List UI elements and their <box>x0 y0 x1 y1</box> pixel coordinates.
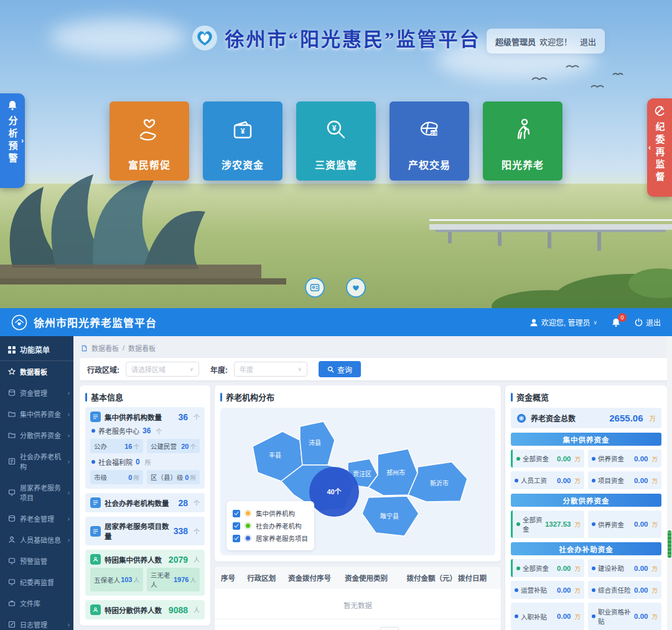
star-icon <box>8 368 16 375</box>
district-label: 沛县 <box>309 439 321 446</box>
fund-stat-cell: 全部资金0.00万 <box>511 449 584 468</box>
tile-label: 涉农资金 <box>222 157 264 172</box>
svg-text:¥: ¥ <box>332 124 337 133</box>
sidebar-item-home-care-projects[interactable]: 居家养老服务项目 › <box>0 477 73 508</box>
grid-menu-icon <box>8 346 16 354</box>
tile-chanquan-jiaoyi[interactable]: 交易 产权交易 <box>390 101 469 181</box>
fund-stat-cell: 全部资金1327.53万 <box>511 510 584 538</box>
hero-username: 超级管理员 <box>495 35 536 47</box>
col-header: 序号 <box>221 573 247 583</box>
chevron-right-icon: › <box>68 458 70 465</box>
document-icon <box>81 345 88 352</box>
sidebar-item-decentralized-funds[interactable]: 分散供养资金 › <box>0 425 73 446</box>
filter-bar: 行政区域: 请选择区域 ∨ 年度: 年度 ∨ 查询 <box>80 358 670 380</box>
sidebar-item-dashboard[interactable]: 数据看板 <box>0 361 73 382</box>
tile-trade-tag: 交易 <box>430 131 437 136</box>
notifications-button[interactable]: 0 <box>611 317 621 327</box>
dot-icon <box>592 588 595 592</box>
funds-table-panel: 序号 行政区划 资金拨付序号 资金使用类别 拨付金额（元） 拨付日期 暂无数据 … <box>215 567 501 630</box>
dot-icon <box>592 614 595 618</box>
blocks-trade-icon: 交易 <box>414 115 444 145</box>
col-header: 拨付金额（元） <box>406 573 458 583</box>
sidebar-item-fund-mgmt[interactable]: 资金管理 › <box>0 382 73 403</box>
tile-label: 三资监管 <box>315 157 357 172</box>
breadcrumb-root[interactable]: 数据看板 <box>91 343 119 353</box>
sidebar-item-discipline-supervision[interactable]: 纪委再监督 <box>0 571 73 593</box>
region-select[interactable]: 请选择区域 ∨ <box>126 362 199 377</box>
hero-logout-button[interactable]: 退出 <box>580 35 596 47</box>
checkbox-checked-icon[interactable] <box>233 522 240 530</box>
search-button[interactable]: 查询 <box>319 361 361 377</box>
funds-overview-title: 资金概览 <box>511 391 661 403</box>
sidebar-item-pension-mgmt[interactable]: 养老金管理 › <box>0 508 73 529</box>
tile-label: 阳光养老 <box>502 157 544 172</box>
sidebar-item-private-institutions[interactable]: 社会办养老机构 › <box>0 446 73 477</box>
logout-button[interactable]: 退出 <box>635 317 661 327</box>
total-funds-row: 养老资金总数 2655.06 万 <box>511 408 661 428</box>
monitor-icon <box>8 578 16 586</box>
analysis-warning-label: 分析预警 <box>6 116 19 166</box>
id-card-float-button[interactable] <box>305 278 325 298</box>
chevron-right-icon: › <box>21 136 24 145</box>
blue-dot-icon <box>245 535 251 542</box>
dot-icon <box>515 588 518 592</box>
scrollbar-thumb[interactable] <box>668 530 671 558</box>
notification-badge: 0 <box>618 313 627 322</box>
private-institutions-card: 社会办养老机构数量 28 个 <box>85 493 205 512</box>
county-level-chip: 区（县）级 0 所 <box>147 470 200 484</box>
decentralized-support-count-card: 特困分散供养人数 9088 人 <box>85 600 205 619</box>
tile-sanzi-jianguan[interactable]: ¥ 三资监管 <box>296 101 376 181</box>
main-content: 数据看板 / 数据看板 行政区域: 请选择区域 ∨ 年度: 年度 ∨ 查询 <box>73 336 672 630</box>
power-icon <box>635 318 643 326</box>
legend-private[interactable]: 社会办养老机构 <box>233 521 308 530</box>
analysis-warning-tab[interactable]: 分析预警 › <box>0 93 25 188</box>
sanwu-elderly-chip: 三无老人 1976 人 <box>147 568 200 591</box>
folder-icon <box>8 431 16 439</box>
bullet-dot <box>91 429 95 433</box>
monitor-icon <box>8 557 16 565</box>
heart-hands-float-button[interactable] <box>346 278 366 298</box>
fund-stat-cell: 综合责任险0.00万 <box>588 581 661 599</box>
user-menu[interactable]: 欢迎您, 管理员 ∨ <box>530 317 597 327</box>
fund-stat-cell: 全部资金0.00万 <box>511 559 584 577</box>
bell-icon <box>7 100 18 111</box>
year-select[interactable]: 年度 ∨ <box>234 362 307 377</box>
public-run-chip: 公办 16 个 <box>90 439 143 453</box>
sidebar-item-file-library[interactable]: 文件库 <box>0 593 73 614</box>
hero-banner: 徐州市“阳光惠民”监管平台 超级管理员 欢迎您！ 退出 分析预警 › 纪委再监督… <box>0 0 672 308</box>
bullet-dot <box>91 460 95 464</box>
home-care-projects-card: 居家养老服务项目数量 338 个 <box>85 517 205 545</box>
region-filter-label: 行政区域: <box>87 364 119 375</box>
table-header-row: 序号 行政区划 资金拨付序号 资金使用类别 拨付金额（元） 拨付日期 <box>215 567 501 589</box>
yellow-dot-icon <box>245 510 251 517</box>
institution-map-panel: 养老机构分布 <box>215 385 501 562</box>
person-badge-icon <box>90 554 101 565</box>
checkbox-checked-icon[interactable] <box>233 535 240 542</box>
discipline-supervision-tab[interactable]: 纪委再监督 ‹ <box>647 98 672 197</box>
legend-home-care[interactable]: 居家养老服务项目 <box>233 534 308 543</box>
fund-stat-cell: 入职补贴0.00万 <box>511 603 584 630</box>
year-filter-label: 年度: <box>210 364 228 375</box>
green-dot-icon <box>245 522 251 529</box>
district-label: 邳州市 <box>386 469 405 476</box>
chevron-left-icon: ‹ <box>648 143 651 152</box>
sidebar-item-centralized-funds[interactable]: 集中供养资金 › <box>0 403 73 425</box>
tile-shenong-zijin[interactable]: ¥ 涉农资金 <box>203 101 282 181</box>
pagination-goto-input[interactable] <box>380 627 399 630</box>
tile-fumin-bangcu[interactable]: 富民帮促 <box>110 101 189 181</box>
scrollbar-track[interactable] <box>667 336 672 630</box>
sidebar-item-log-mgmt[interactable]: 日志管理 › <box>0 614 73 630</box>
chevron-down-icon: ∨ <box>593 319 597 326</box>
col-header: 拨付日期 <box>458 573 495 583</box>
tile-yangguang-yanglao[interactable]: 阳光养老 <box>483 101 562 181</box>
xuzhou-district-map[interactable]: 丰县 沛县 贾汪区 邳州市 新沂市 睢宁县 40个 <box>220 408 495 555</box>
discipline-supervision-label: 纪委再监督 <box>653 122 666 184</box>
legend-centralized[interactable]: 集中供养机构 <box>233 509 308 518</box>
sidebar-item-warning-supervision[interactable]: 预警监管 <box>0 550 73 571</box>
dot-icon <box>516 522 520 526</box>
city-level-chip: 市级 0 所 <box>90 470 143 484</box>
chevron-right-icon: › <box>68 537 70 543</box>
region-select-placeholder: 请选择区域 <box>131 364 166 374</box>
checkbox-checked-icon[interactable] <box>233 510 240 517</box>
sidebar-item-personnel-info[interactable]: 人员基础信息 › <box>0 529 73 550</box>
